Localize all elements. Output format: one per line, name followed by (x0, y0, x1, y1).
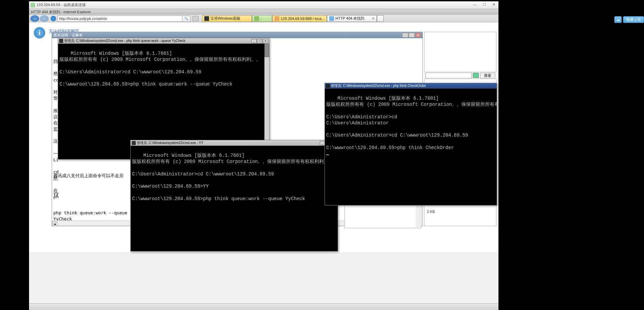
np-close[interactable]: ✕ (415, 33, 421, 38)
cmd2-titlebar[interactable]: 管理员: C:\Windows\system32\cmd.exe - YY _ … (131, 140, 338, 146)
maximize-button[interactable]: ☐ (480, 1, 489, 7)
notepad-title: 基本说明 - 记事本 (53, 33, 83, 38)
cmd3-title: 管理员: C:\Windows\system32\cmd.exe - php t… (331, 84, 426, 88)
cmd1-title: 管理员: C:\Windows\system32\cmd.exe - php t… (64, 39, 185, 43)
minimize-button[interactable]: — (470, 1, 480, 7)
cmd1-output: Microsoft Windows [版版本本 6.1.7601] 版版权权所所… (59, 51, 261, 87)
scroll-thumb[interactable] (264, 44, 269, 57)
cursor (326, 154, 329, 155)
upload-button[interactable]: 描屏上传 (623, 16, 644, 23)
cmd2-title: 管理员: C:\Windows\system32\cmd.exe - YY (137, 141, 203, 145)
pma-icon (275, 16, 279, 21)
right-panel-toolbar: 搜索 (424, 72, 496, 79)
url-bar[interactable]: http://houtai.pxtjcpk.cn/admin (57, 16, 182, 22)
tab-label: - (260, 17, 262, 21)
np-minimize[interactable]: _ (402, 33, 408, 38)
tab-green[interactable]: - (252, 15, 272, 22)
cmd-icon (132, 141, 136, 145)
tab-label: 129.204.69.59:888 / loca... (281, 17, 325, 21)
ie-tab-icon (329, 16, 334, 21)
tab-close-icon[interactable]: ✕ (372, 17, 375, 20)
cmd3-titlebar[interactable]: 管理员: C:\Windows\system32\cmd.exe - php t… (325, 83, 497, 89)
refresh-icon[interactable] (192, 16, 199, 21)
info-icon: i (34, 27, 45, 39)
cloud-icon[interactable]: ☁ (614, 16, 622, 23)
top-right-buttons: ☁ 描屏上传 (614, 16, 644, 23)
cmd1-close[interactable]: ✕ (263, 39, 268, 43)
tab-baota[interactable]: 宝塔Windows面板 (202, 15, 252, 22)
cmd-icon (59, 39, 63, 43)
cmd2-body[interactable]: Microsoft Windows [版版本本 6.1.7601] 版版权权所所… (131, 146, 338, 251)
ie-titlebar: HTTP 404 未找到 - Internet Explorer (29, 9, 498, 15)
cmd1-max[interactable]: ☐ (257, 39, 262, 43)
ie-title: HTTP 404 未找到 - Internet Explorer (31, 9, 91, 15)
new-tab-button[interactable] (377, 15, 384, 22)
close-button[interactable]: ✕ (489, 1, 498, 7)
cmd3-body[interactable]: Microsoft Windows [版版本本 6.1.7601] 版版权权所所… (325, 89, 497, 205)
rp-go-icon[interactable] (473, 73, 479, 78)
forward-button[interactable]: → (40, 15, 49, 22)
green-icon (254, 16, 259, 21)
bt-icon (204, 16, 209, 21)
window-controls: — ☐ ✕ (470, 1, 498, 7)
cmd-window-yy: 管理员: C:\Windows\system32\cmd.exe - YY _ … (130, 140, 338, 252)
file-size-label: 2 KB (427, 210, 435, 214)
scroll-left-icon[interactable]: ◀ (52, 221, 57, 226)
cmd-window-checkorder: 管理员: C:\Windows\system32\cmd.exe - php t… (325, 83, 497, 206)
ie-icon (51, 16, 56, 21)
cmd1-min[interactable]: _ (251, 39, 257, 43)
rdp-title: 129.204.69.59 - 远程桌面连接 (36, 2, 86, 7)
tab-phpmyadmin[interactable]: 129.204.69.59:888 / loca... (272, 15, 327, 22)
tab-http404[interactable]: HTTP 404 未找到 ✕ (327, 15, 377, 22)
rdp-icon (30, 3, 35, 7)
cmd2-output: Microsoft Windows [版版本本 6.1.7601] 版版权权所所… (132, 153, 324, 201)
ie-toolbar: ← → http://houtai.pxtjcpk.cn/admin 🔍 宝塔W… (29, 15, 498, 22)
tab-label: HTTP 404 未找到 (335, 16, 364, 21)
url-text: http://houtai.pxtjcpk.cn/admin (59, 17, 107, 21)
search-dropdown-icon[interactable]: 🔍 (182, 16, 190, 22)
rdp-titlebar[interactable]: 129.204.69.59 - 远程桌面连接 — ☐ ✕ (29, 1, 498, 9)
status-bar (29, 303, 498, 310)
taskbar-tabs: 宝塔Windows面板 - 129.204.69.59:888 / loca..… (202, 15, 384, 22)
cmd1-titlebar[interactable]: 管理员: C:\Windows\system32\cmd.exe - php t… (58, 38, 269, 44)
np-maximize[interactable]: ☐ (409, 33, 415, 38)
cmd3-output: Microsoft Windows [版版本本 6.1.7601] 版版权权所所… (326, 96, 499, 150)
rp-dropdown[interactable] (426, 73, 472, 78)
rp-search-button[interactable]: 搜索 (480, 73, 495, 78)
back-button[interactable]: ← (30, 15, 39, 22)
notepad-titlebar[interactable]: 基本说明 - 记事本 _ ☐ ✕ (52, 32, 422, 38)
tab-label: 宝塔Windows面板 (210, 16, 240, 21)
cmd-icon (326, 84, 330, 88)
